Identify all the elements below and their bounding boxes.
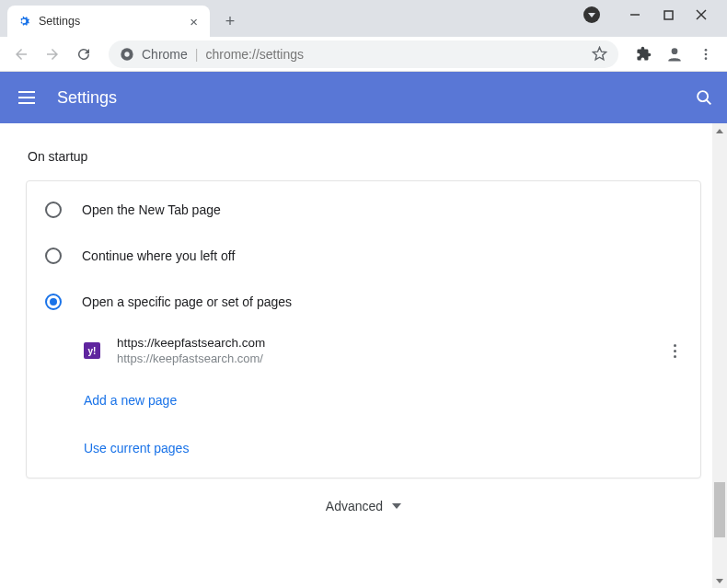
account-dropdown-icon[interactable] xyxy=(583,6,600,23)
page-url-text: https://keepfastsearch.com/ xyxy=(117,352,265,365)
close-tab-icon[interactable]: × xyxy=(187,14,201,29)
scroll-thumb[interactable] xyxy=(714,482,725,537)
back-button[interactable] xyxy=(7,40,35,68)
profile-button[interactable] xyxy=(661,40,688,68)
tab-title: Settings xyxy=(39,15,80,28)
settings-header: Settings xyxy=(0,72,727,123)
startup-card: Open the New Tab page Continue where you… xyxy=(26,180,701,478)
advanced-label: Advanced xyxy=(326,499,383,513)
svg-rect-1 xyxy=(664,11,673,19)
menu-button[interactable] xyxy=(692,40,720,68)
close-window-button[interactable] xyxy=(692,6,710,24)
option-new-tab[interactable]: Open the New Tab page xyxy=(27,187,700,233)
svg-point-8 xyxy=(705,52,708,55)
search-icon[interactable] xyxy=(694,87,714,108)
option-label: Open the New Tab page xyxy=(82,202,221,217)
startup-page-row: y! https://keepfastsearch.com https://ke… xyxy=(27,325,700,376)
maximize-button[interactable] xyxy=(659,6,677,24)
browser-tab[interactable]: Settings × xyxy=(7,6,210,37)
svg-point-10 xyxy=(698,91,708,101)
svg-point-7 xyxy=(705,49,708,52)
vertical-scrollbar[interactable] xyxy=(712,123,727,588)
add-page-link[interactable]: Add a new page xyxy=(27,376,700,424)
window-controls xyxy=(567,0,727,29)
radio-icon xyxy=(45,202,62,218)
gear-icon xyxy=(17,14,31,29)
use-current-pages-link[interactable]: Use current pages xyxy=(27,424,700,472)
site-favicon: y! xyxy=(84,342,100,359)
radio-icon-selected xyxy=(45,294,62,310)
chevron-down-icon xyxy=(392,503,401,509)
address-bar[interactable]: Chrome | chrome://settings xyxy=(109,40,618,68)
omnibox-prefix: Chrome xyxy=(142,47,188,62)
forward-button[interactable] xyxy=(39,40,66,68)
radio-icon xyxy=(45,248,62,264)
browser-toolbar: Chrome | chrome://settings xyxy=(0,37,727,72)
menu-icon[interactable] xyxy=(13,84,40,111)
advanced-toggle[interactable]: Advanced xyxy=(26,478,701,517)
option-label: Continue where you left off xyxy=(82,248,235,263)
reload-button[interactable] xyxy=(70,40,98,68)
omnibox-separator: | xyxy=(195,47,199,62)
bookmark-star-icon[interactable] xyxy=(592,46,607,62)
scroll-down-icon[interactable] xyxy=(712,573,727,588)
option-specific-page[interactable]: Open a specific page or set of pages xyxy=(27,279,700,325)
scroll-up-icon[interactable] xyxy=(712,123,727,138)
omnibox-url: chrome://settings xyxy=(205,47,304,62)
new-tab-button[interactable]: + xyxy=(217,8,243,34)
page-title: Settings xyxy=(57,88,117,108)
svg-point-5 xyxy=(124,52,129,56)
window-titlebar: Settings × + xyxy=(0,0,727,37)
option-continue[interactable]: Continue where you left off xyxy=(27,233,700,279)
svg-point-6 xyxy=(672,48,678,54)
section-heading: On startup xyxy=(28,149,701,164)
option-label: Open a specific page or set of pages xyxy=(82,294,292,309)
page-title-text: https://keepfastsearch.com xyxy=(117,336,265,350)
minimize-button[interactable] xyxy=(626,6,644,24)
chrome-icon xyxy=(120,47,134,62)
svg-line-11 xyxy=(707,100,711,105)
extensions-button[interactable] xyxy=(629,40,657,68)
more-actions-button[interactable] xyxy=(668,340,682,362)
svg-point-9 xyxy=(705,57,708,60)
content-area: On startup Open the New Tab page Continu… xyxy=(0,123,727,588)
